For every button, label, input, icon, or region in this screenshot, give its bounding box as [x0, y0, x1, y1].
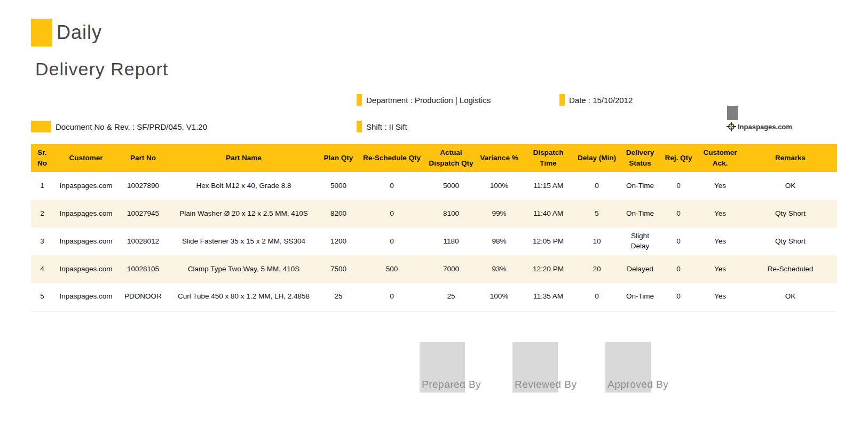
table-cell: Curl Tube 450 x 80 x 1.2 MM, LH, 2.4858 [168, 283, 320, 311]
column-header: Rej. Qty [660, 144, 697, 172]
table-cell: 98% [476, 228, 523, 255]
table-cell: 5000 [320, 172, 357, 200]
table-cell: 0 [357, 200, 427, 228]
table-cell: 500 [357, 255, 427, 283]
table-cell: Hex Bolt M12 x 40, Grade 8.8 [168, 172, 320, 200]
table-cell: 10028105 [119, 255, 168, 283]
shift-field: Shift : II Sift [357, 120, 407, 133]
approved-by-signature: Approved By [605, 342, 651, 393]
table-cell: 12:05 PM [523, 228, 574, 255]
table-cell: 1 [31, 172, 53, 200]
column-header: Part Name [168, 144, 320, 172]
table-row: 1Inpaspages.com10027890Hex Bolt M12 x 40… [31, 172, 837, 200]
table-cell: 10027945 [119, 200, 168, 228]
table-cell: Plain Washer Ø 20 x 12 x 2.5 MM, 410S [168, 200, 320, 228]
document-no-marker [31, 121, 51, 132]
logo-gray-square [727, 106, 738, 120]
table-cell: Inpaspages.com [53, 200, 119, 228]
table-cell: 4 [31, 255, 53, 283]
table-cell: 0 [660, 228, 697, 255]
table-cell: 3 [31, 228, 53, 255]
column-header: Plan Qty [320, 144, 357, 172]
table-cell: Yes [697, 172, 744, 200]
daily-delivery-report-page: Daily Delivery Report Department : Produ… [0, 0, 868, 439]
column-header: Dispatch Time [523, 144, 574, 172]
signature-section: Prepared By Reviewed By Approved By [420, 342, 651, 393]
table-cell: PDONOOR [119, 283, 168, 311]
table-row: 3Inpaspages.com10028012Slide Fastener 35… [31, 228, 837, 255]
report-title-line2: Delivery Report [35, 59, 168, 80]
table-cell: 1200 [320, 228, 357, 255]
table-cell: 20 [574, 255, 620, 283]
table-cell: Slight Delay [620, 228, 660, 255]
table-row: 2Inpaspages.com10027945Plain Washer Ø 20… [31, 200, 837, 228]
table-cell: On-Time [620, 283, 660, 311]
table-cell: 0 [574, 283, 620, 311]
table-cell: Qty Short [744, 200, 837, 228]
table-cell: Yes [697, 228, 744, 255]
table-cell: On-Time [620, 172, 660, 200]
reviewed-by-label: Reviewed By [515, 379, 577, 390]
table-cell: On-Time [620, 200, 660, 228]
table-header-row: Sr. NoCustomerPart NoPart NamePlan QtyRe… [31, 144, 837, 172]
table-cell: 100% [476, 283, 523, 311]
table-cell: 0 [357, 228, 427, 255]
logo-block: Inpaspages.com [726, 106, 806, 132]
document-no-label: Document No & Rev. : SF/PRD/045. V1.20 [56, 122, 207, 131]
table-cell: 7000 [427, 255, 476, 283]
table-cell: 5000 [427, 172, 476, 200]
column-header: Variance % [476, 144, 523, 172]
table-cell: Qty Short [744, 228, 837, 255]
table-cell: 0 [357, 283, 427, 311]
table-cell: 0 [660, 283, 697, 311]
column-header: Delivery Status [620, 144, 660, 172]
table-cell: Clamp Type Two Way, 5 MM, 410S [168, 255, 320, 283]
table-cell: 0 [357, 172, 427, 200]
shift-label: Shift : II Sift [366, 122, 407, 131]
table-cell: 8200 [320, 200, 357, 228]
table-row: 4Inpaspages.com10028105Clamp Type Two Wa… [31, 255, 837, 283]
column-header: Sr. No [31, 144, 53, 172]
table-cell: Inpaspages.com [53, 283, 119, 311]
table-cell: Yes [697, 200, 744, 228]
date-label: Date : 15/10/2012 [569, 96, 633, 105]
table-cell: 100% [476, 172, 523, 200]
shift-marker [357, 121, 362, 132]
table-cell: 10 [574, 228, 620, 255]
target-crosshair-icon [726, 121, 737, 132]
column-header: Re-Schedule Qty [357, 144, 427, 172]
table-cell: Yes [697, 283, 744, 311]
table-cell: Yes [697, 255, 744, 283]
logo-text: Inpaspages.com [738, 123, 792, 131]
column-header: Actual Dispatch Qty [427, 144, 476, 172]
table-cell: Inpaspages.com [53, 228, 119, 255]
column-header: Remarks [744, 144, 837, 172]
report-table: Sr. NoCustomerPart NoPart NamePlan QtyRe… [31, 144, 837, 311]
table-cell: OK [744, 283, 837, 311]
table-cell: 11:40 AM [523, 200, 574, 228]
table-cell: 0 [574, 172, 620, 200]
table-cell: 25 [427, 283, 476, 311]
table-cell: Inpaspages.com [53, 172, 119, 200]
table-cell: 10028012 [119, 228, 168, 255]
table-cell: 0 [660, 172, 697, 200]
column-header: Delay (Min) [574, 144, 620, 172]
table-cell: 7500 [320, 255, 357, 283]
department-marker [357, 94, 362, 106]
table-cell: 25 [320, 283, 357, 311]
table-cell: 0 [660, 255, 697, 283]
document-no-field: Document No & Rev. : SF/PRD/045. V1.20 [31, 120, 207, 133]
date-field: Date : 15/10/2012 [559, 93, 633, 106]
table-cell: 11:35 AM [523, 283, 574, 311]
reviewed-by-signature: Reviewed By [512, 342, 558, 393]
table-cell: Delayed [620, 255, 660, 283]
table-cell: 99% [476, 200, 523, 228]
table-cell: 0 [660, 200, 697, 228]
table-cell: 93% [476, 255, 523, 283]
approved-by-label: Approved By [607, 379, 668, 390]
department-label: Department : Production | Logistics [366, 96, 491, 105]
table-cell: 12:20 PM [523, 255, 574, 283]
table-cell: Re-Scheduled [744, 255, 837, 283]
table-cell: OK [744, 172, 837, 200]
title-accent-square [31, 19, 52, 46]
